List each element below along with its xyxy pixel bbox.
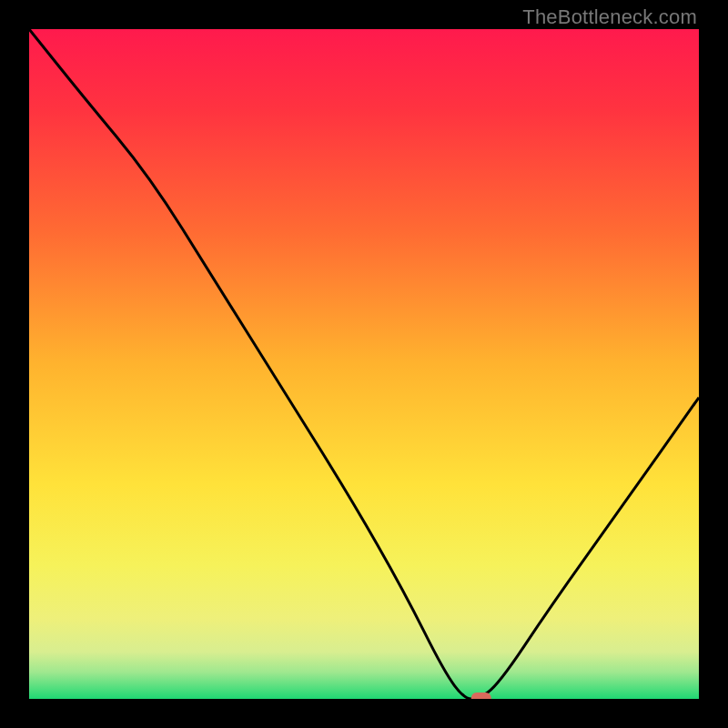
optimal-point-marker (471, 693, 491, 699)
chart-plot-area (29, 29, 699, 699)
bottleneck-curve-chart (29, 29, 699, 699)
gradient-background (29, 29, 699, 699)
watermark-text: TheBottleneck.com (522, 5, 697, 29)
